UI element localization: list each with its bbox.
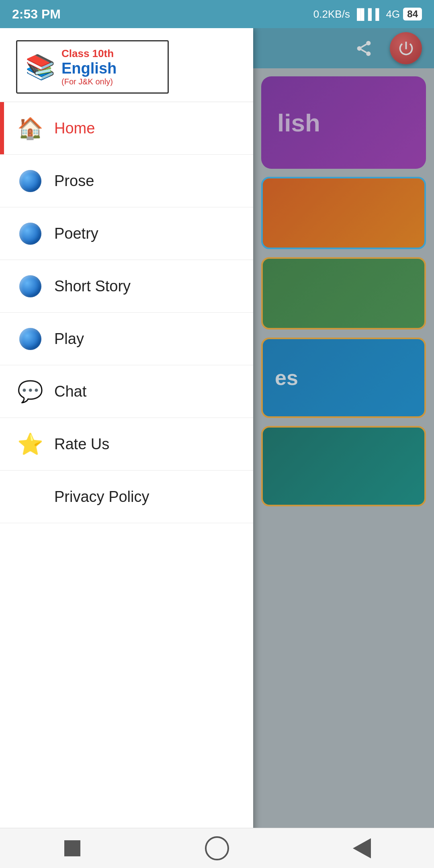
short-story-icon: [16, 272, 44, 300]
back-nav-icon: [353, 838, 371, 858]
sidebar-item-prose[interactable]: Prose: [0, 155, 253, 207]
play-label: Play: [54, 330, 84, 348]
play-icon: [16, 325, 44, 353]
privacy-policy-label: Privacy Policy: [54, 488, 149, 506]
logo-text: Class 10th English (For J&K only): [61, 47, 117, 86]
bottom-nav: [0, 828, 434, 868]
drawer-overlay[interactable]: [253, 28, 434, 868]
sidebar-item-rate-us[interactable]: ⭐ Rate Us: [0, 418, 253, 471]
book-icon: 📚: [25, 53, 55, 81]
recent-apps-icon: [64, 840, 80, 856]
logo-area: 📚 Class 10th English (For J&K only): [0, 28, 253, 102]
poetry-icon: [16, 219, 44, 248]
status-time: 2:53 PM: [12, 7, 61, 22]
blue-sphere-prose: [19, 170, 41, 192]
nav-list: 🏠 Home Prose Poetry: [0, 102, 253, 868]
signal-bars: ▐▌▌▌: [353, 8, 383, 20]
app-background: lish es s reserved: [253, 28, 434, 868]
logo-english: English: [61, 60, 117, 77]
blue-sphere-short-story: [19, 275, 41, 297]
home-button[interactable]: [201, 832, 233, 864]
sidebar-item-home[interactable]: 🏠 Home: [0, 102, 253, 155]
home-nav-icon: [205, 836, 229, 860]
blue-sphere-poetry: [19, 223, 41, 245]
main-container: 📚 Class 10th English (For J&K only) 🏠 Ho…: [0, 28, 434, 868]
blue-sphere-play: [19, 328, 41, 350]
privacy-icon: [16, 483, 44, 511]
recent-apps-button[interactable]: [56, 832, 88, 864]
chat-icon: 💬: [16, 377, 44, 405]
rate-icon: ⭐: [16, 430, 44, 458]
network-speed: 0.2KB/s: [313, 8, 350, 20]
prose-label: Prose: [54, 172, 94, 190]
back-button[interactable]: [346, 832, 378, 864]
chat-label: Chat: [54, 383, 86, 400]
sidebar-item-short-story[interactable]: Short Story: [0, 260, 253, 313]
network-type: 4G: [386, 8, 400, 20]
logo-box: 📚 Class 10th English (For J&K only): [16, 40, 169, 94]
status-icons: 0.2KB/s ▐▌▌▌ 4G 84: [313, 8, 422, 20]
home-label: Home: [54, 120, 95, 137]
navigation-drawer: 📚 Class 10th English (For J&K only) 🏠 Ho…: [0, 28, 253, 868]
sidebar-item-privacy-policy[interactable]: Privacy Policy: [0, 471, 253, 523]
sidebar-item-poetry[interactable]: Poetry: [0, 207, 253, 260]
rate-us-label: Rate Us: [54, 436, 109, 453]
prose-icon: [16, 167, 44, 195]
battery-indicator: 84: [403, 8, 422, 20]
logo-class: Class 10th: [61, 47, 117, 60]
sidebar-item-play[interactable]: Play: [0, 313, 253, 365]
status-bar: 2:53 PM 0.2KB/s ▐▌▌▌ 4G 84: [0, 0, 434, 28]
poetry-label: Poetry: [54, 225, 98, 242]
sidebar-item-chat[interactable]: 💬 Chat: [0, 365, 253, 418]
logo-subtitle: (For J&K only): [61, 77, 117, 86]
short-story-label: Short Story: [54, 278, 131, 295]
home-icon: 🏠: [16, 114, 44, 142]
